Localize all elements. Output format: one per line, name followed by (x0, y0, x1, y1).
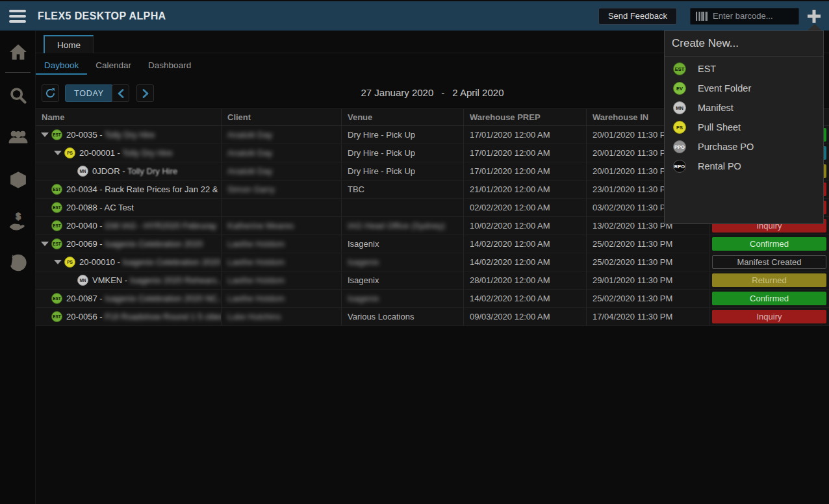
status-badge[interactable]: Confirmed (712, 292, 826, 305)
event-title: Isagenix Celebration 2020 NC… (105, 294, 222, 303)
contacts-icon[interactable] (0, 121, 36, 153)
barcode-icon (696, 12, 708, 21)
event-id: 20-0040 - (66, 221, 105, 231)
subtab-dashboard[interactable]: Dashboard (140, 58, 199, 75)
table-row[interactable]: MNVMKEN - Isagenix 2020 Rehears…Laethe H… (36, 271, 829, 290)
column-header-warehouse-prep[interactable]: Warehouse PREP (464, 109, 587, 125)
venue-cell: Various Locations (342, 308, 464, 325)
menu-item-purchase-po[interactable]: PPOPurchase PO (665, 137, 823, 157)
est-badge-icon: EST (51, 129, 62, 140)
menu-item-label: Purchase PO (698, 142, 754, 152)
est-badge-icon: EST (51, 293, 62, 304)
ps-badge-icon: PS (673, 121, 686, 134)
menu-item-est[interactable]: ESTEST (665, 59, 823, 79)
svg-text:$: $ (16, 212, 21, 221)
event-title: Tolly Dry Hire (105, 130, 155, 140)
event-name-text: 20-00010 - Isagenix Celebration 2020 (79, 257, 221, 267)
send-feedback-button[interactable]: Send Feedback (598, 8, 677, 25)
est-badge-icon: EST (51, 311, 62, 322)
menu-item-rental-po[interactable]: RPORental PO (665, 157, 823, 176)
table-row[interactable]: PS20-00010 - Isagenix Celebration 2020La… (36, 253, 829, 271)
expander-caret-icon[interactable] (54, 151, 62, 155)
client-cell: Anatolii Day (222, 144, 342, 162)
event-title: GW IAG - HYR2020 Februray (105, 221, 216, 231)
table-row[interactable]: EST20-0069 - Isagenix Celebration 2020La… (36, 235, 829, 253)
menu-item-event-folder[interactable]: EVEvent Folder (665, 79, 823, 98)
event-name-cell: MNVMKEN - Isagenix 2020 Rehears… (36, 271, 222, 289)
event-title: Tolly Dry Hire (127, 166, 177, 176)
event-id: VMKEN - (92, 275, 130, 285)
venue-cell: IAG Head Office (Sydney) (342, 217, 464, 234)
status-cell: Manifest Created (709, 253, 829, 271)
warehouse-prep-cell: 17/01/2020 12:00 AM (464, 126, 587, 144)
subtab-strip: DaybookCalendarDashboard (36, 58, 199, 75)
warehouse-in-cell: 29/01/2020 11:30 PM (587, 271, 709, 289)
column-header-name[interactable]: Name (36, 109, 222, 125)
left-rail: $ (0, 31, 36, 504)
event-id: 20-0069 - (66, 239, 105, 249)
client-cell: Laethe Holdom (222, 271, 342, 289)
venue-cell: Isagenix (342, 290, 464, 307)
status-badge[interactable]: Inquiry (712, 310, 826, 323)
event-id: 20-0087 - (66, 294, 105, 303)
client-cell: Simon Garry (222, 181, 342, 198)
barcode-input[interactable] (713, 11, 784, 21)
inventory-icon[interactable] (0, 164, 36, 196)
status-badge[interactable]: Returned (712, 273, 826, 287)
financials-icon[interactable]: $ (0, 206, 36, 238)
est-badge-icon: EST (51, 184, 62, 195)
ps-badge-icon: PS (64, 147, 75, 158)
warehouse-prep-cell: 09/03/2020 12:00 AM (464, 308, 587, 325)
est-badge-icon: EST (51, 220, 62, 231)
expander-caret-icon[interactable] (41, 132, 49, 137)
table-row[interactable]: EST20-0087 - Isagenix Celebration 2020 N… (36, 290, 829, 308)
venue-cell: Isagenix (342, 271, 464, 289)
expander-caret-icon[interactable] (41, 242, 49, 246)
event-name-text: 20-0056 - FIJI Roadshow Round 1 5 cities (66, 312, 222, 321)
home-icon[interactable] (0, 36, 36, 68)
event-title: Isagenix Celebration 2020 (123, 257, 221, 267)
event-name-text: 20-0069 - Isagenix Celebration 2020 (66, 239, 203, 249)
client-name: Simon Garry (227, 184, 275, 194)
status-badge[interactable]: Confirmed (712, 237, 826, 251)
menu-item-manifest[interactable]: MNManifest (665, 98, 823, 118)
tab-home[interactable]: Home (44, 35, 94, 53)
client-cell: Laethe Holdom (222, 235, 342, 253)
venue-name: Various Locations (348, 312, 414, 321)
client-name: Laethe Holdom (227, 275, 285, 285)
warehouse-in-cell: 25/02/2020 11:30 PM (587, 290, 709, 307)
client-name: Laethe Holdom (227, 294, 285, 303)
subtab-calendar[interactable]: Calendar (87, 58, 140, 75)
venue-name: TBC (348, 184, 364, 194)
search-icon[interactable] (0, 79, 36, 112)
venue-name: Isagenix (348, 257, 379, 267)
warehouse-prep-cell: 10/02/2020 12:00 AM (464, 217, 587, 234)
client-cell: Anatolii Day (222, 162, 342, 180)
hamburger-menu-icon[interactable] (0, 1, 26, 31)
event-name-text: 20-0040 - GW IAG - HYR2020 Februray (66, 221, 216, 231)
expander-caret-icon[interactable] (54, 260, 62, 264)
client-name: Katherine Meares (227, 221, 294, 231)
menu-item-pull-sheet[interactable]: PSPull Sheet (665, 118, 823, 137)
barcode-field[interactable] (690, 8, 799, 25)
event-name-text: 20-0034 - Rack Rate Prices for Jan 22 & … (66, 184, 222, 194)
warehouse-prep-cell: 14/02/2020 12:00 AM (464, 253, 587, 271)
column-header-client[interactable]: Client (222, 109, 342, 125)
status-cell: Inquiry (709, 308, 829, 325)
event-title: FIJI Roadshow Round 1 5 cities (105, 312, 222, 321)
warehouse-prep-cell: 02/02/2020 12:00 AM (464, 199, 587, 216)
create-new-menu: Create New... ESTESTEVEvent FolderMNMani… (664, 31, 824, 224)
event-name-cell: EST20-0069 - Isagenix Celebration 2020 (36, 235, 222, 253)
mn-badge-icon: MN (77, 275, 88, 286)
venue-cell: Isagenix (342, 253, 464, 271)
table-row[interactable]: EST20-0056 - FIJI Roadshow Round 1 5 cit… (36, 308, 829, 326)
menu-item-label: Pull Sheet (698, 122, 741, 132)
warehouse-prep-cell: 17/01/2020 12:00 AM (464, 162, 587, 180)
status-badge[interactable]: Manifest Created (712, 255, 826, 269)
status-cell: Confirmed (709, 290, 829, 307)
history-icon[interactable] (0, 247, 36, 280)
menu-item-label: EST (698, 64, 716, 74)
subtab-daybook[interactable]: Daybook (36, 58, 87, 75)
mn-badge-icon: MN (77, 166, 88, 177)
column-header-venue[interactable]: Venue (342, 109, 464, 125)
